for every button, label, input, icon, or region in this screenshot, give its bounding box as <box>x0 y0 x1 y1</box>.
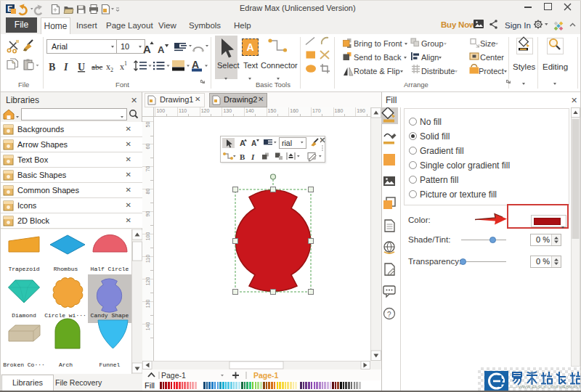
svg-text:Page-1: Page-1 <box>161 371 186 380</box>
svg-text:I: I <box>251 152 255 161</box>
svg-text:B: B <box>49 62 55 73</box>
svg-text:U: U <box>78 62 85 73</box>
svg-text:A: A <box>158 44 165 55</box>
svg-text:A: A <box>143 43 151 55</box>
svg-text:I: I <box>63 62 68 73</box>
svg-text:abc: abc <box>92 62 102 71</box>
svg-text:Page-1: Page-1 <box>253 371 279 380</box>
svg-text:A: A <box>251 139 256 147</box>
svg-text:rial: rial <box>282 139 292 147</box>
svg-text:2: 2 <box>110 67 113 73</box>
svg-text:A: A <box>240 139 245 147</box>
svg-text:1: 1 <box>124 60 127 67</box>
svg-text:B: B <box>240 152 245 161</box>
svg-text:?: ? <box>387 311 391 319</box>
